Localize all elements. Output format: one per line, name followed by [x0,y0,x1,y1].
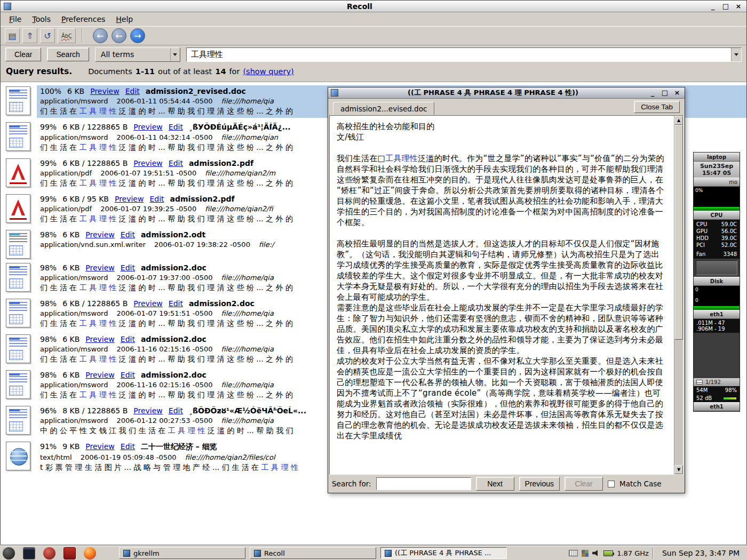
edit-link[interactable]: Edit [169,406,183,415]
preview-window-icon[interactable] [331,89,338,97]
term-explorer-icon[interactable]: ↺ [40,28,55,43]
gkrellm-hostname[interactable]: laptop [694,153,740,162]
battery-icon[interactable] [603,550,613,556]
results-count-suffix: for [229,67,240,76]
disk-chart-fill [694,306,740,310]
file-type-icon [6,86,30,115]
preview-link[interactable]: Preview [85,230,115,239]
window-menu-icon[interactable] [4,3,11,10]
task-area: gkrellmRecoll((工 PHRASE 4 具 PHRASE ... [119,547,507,559]
keyboard-layout-icon[interactable] [569,550,578,556]
workspace-switcher-icon[interactable] [582,550,589,557]
clear-field-icon[interactable]: ⇑ [22,28,37,43]
match-case-checkbox[interactable] [608,481,615,487]
edit-link[interactable]: Edit [149,195,164,203]
menu-tools[interactable]: Tools [27,13,56,25]
gkrellm-mail[interactable]: 1/192 [694,378,740,386]
gkrellm-disk-label[interactable]: Disk [694,277,740,286]
close-tab-button[interactable]: Close Tab [634,101,680,113]
taskbar-clock[interactable]: Sun Sep 23, 3:47 PM [657,549,744,557]
preview-link[interactable]: Preview [133,123,163,131]
search-type-dropdown[interactable]: All terms [95,47,180,62]
terminal-icon[interactable] [23,547,35,559]
result-title: admission2.doc [189,299,255,308]
taskbar-task-3[interactable]: ((工 PHRASE 4 具 PHRASE ... [380,547,507,559]
preview-link[interactable]: Preview [133,406,163,415]
query-input[interactable] [187,48,731,61]
edit-link[interactable]: Edit [121,335,135,343]
clear-button[interactable]: Clear [5,47,41,61]
find-previous-button[interactable]: Previous [519,477,560,491]
preview-link[interactable]: Preview [115,195,144,203]
media-player-icon[interactable] [43,547,55,559]
result-mime: application/vnd.sun.xml.writer [40,241,146,249]
gkrellm-volume[interactable]: 52 dB [694,394,740,402]
nav-back-icon[interactable]: ← [112,28,126,43]
preview-link[interactable]: Preview [85,263,115,272]
nav-first-icon[interactable]: ← [93,28,108,43]
search-for-label: Search for: [332,479,371,488]
preview-link[interactable]: Preview [85,371,115,379]
firefox-icon[interactable] [84,547,96,559]
result-date: 2006-01-11 05:54:44 -0500 [116,97,212,105]
show-query-link[interactable]: (show query) [243,67,293,76]
result-url: file:///home/qia [221,274,273,282]
preview-link[interactable]: Preview [133,299,163,308]
preview-titlebar[interactable]: ((工 PHRASE 4 具 PHRASE 4 理 PHRASE 4 性)) _… [328,87,685,99]
result-title: ¸ßÕÐÖƶȣ¹«Æ½ÓëЧÂʱÖеĹ«... [189,406,306,415]
preview-paragraph: 高校招生最明显的目的当然是选拔人才。但这选拔人才的目标却不仅仅是人们假定“因材施… [337,238,667,302]
edit-link[interactable]: Edit [169,159,183,167]
gkrellm-net-label[interactable]: eth1 [694,310,740,319]
menu-preferences[interactable]: Preferences [56,13,110,25]
preview-minimize-button[interactable]: _ [648,88,657,98]
menu-help[interactable]: Help [110,13,138,25]
edit-link[interactable]: Edit [121,230,135,239]
search-button[interactable]: Search [47,47,89,61]
taskbar-task-1[interactable]: gkrellm [119,547,245,559]
edit-link[interactable]: Edit [169,123,183,131]
edit-link[interactable]: Edit [121,442,135,451]
result-title: admission2.pdf [170,195,235,203]
preview-scrollbar[interactable]: ▲ ▼ [674,116,683,474]
preview-close-button[interactable]: × [672,88,682,98]
gkrellm-cpu-chart: 0% [694,187,740,211]
spell-check-icon[interactable]: ÂbÇ [58,28,76,43]
gkrellm-cpu-label[interactable]: CPU [694,211,740,220]
maximize-button[interactable]: □ [721,2,730,11]
preview-maximize-button[interactable]: □ [660,88,670,98]
menu-file[interactable]: File [4,13,27,25]
scroll-down-icon[interactable]: ▼ [674,465,683,474]
find-next-button[interactable]: Next [476,477,514,491]
taskbar: gkrellmRecoll((工 PHRASE 4 具 PHRASE ... 1… [0,546,747,560]
preview-link[interactable]: Preview [85,335,115,343]
preview-search-input[interactable] [376,477,471,490]
mail-count: 1/192 [705,379,721,385]
edit-link[interactable]: Edit [169,299,183,308]
result-size: 6 KB [62,263,80,272]
edit-link[interactable]: Edit [121,263,135,272]
result-date: 2006-01-07 19:38:22 -0500 [154,241,250,249]
edit-link[interactable]: Edit [125,87,140,95]
preview-tab[interactable]: admission2...evised.doc [333,102,434,115]
query-fields-icon[interactable]: ▤ [5,28,20,43]
sensor-row: GPU56.0C [696,228,737,235]
volume-icon[interactable] [592,550,600,557]
scrollbar-thumb[interactable] [674,125,683,340]
preview-link[interactable]: Preview [85,442,115,451]
close-button[interactable]: × [734,2,743,11]
gkrellm-window[interactable]: laptop Sun23Sep 15:47 05 mo 0% CPU CPU59… [693,152,740,412]
find-clear-button[interactable]: Clear [565,477,603,491]
edit-link[interactable]: Edit [121,371,135,379]
nav-forward-icon[interactable]: → [130,28,145,43]
minimize-button[interactable]: _ [708,2,718,11]
package-manager-icon[interactable] [63,547,76,559]
preview-link[interactable]: Preview [133,159,163,167]
query-history-icon[interactable] [731,48,741,61]
preview-text[interactable]: 高校招生的社会功能和目的文/钱江我们生活在□工具理性泛滥的时代。作为“世之显学”… [330,116,674,474]
scroll-up-icon[interactable]: ▲ [674,116,683,125]
preview-link[interactable]: Preview [90,87,120,95]
recoll-titlebar[interactable]: Recoll _ □ × [1,1,746,12]
taskbar-task-2[interactable]: Recoll [250,547,376,559]
result-mime: text/html [40,453,72,461]
app-menu-icon[interactable] [3,547,15,559]
